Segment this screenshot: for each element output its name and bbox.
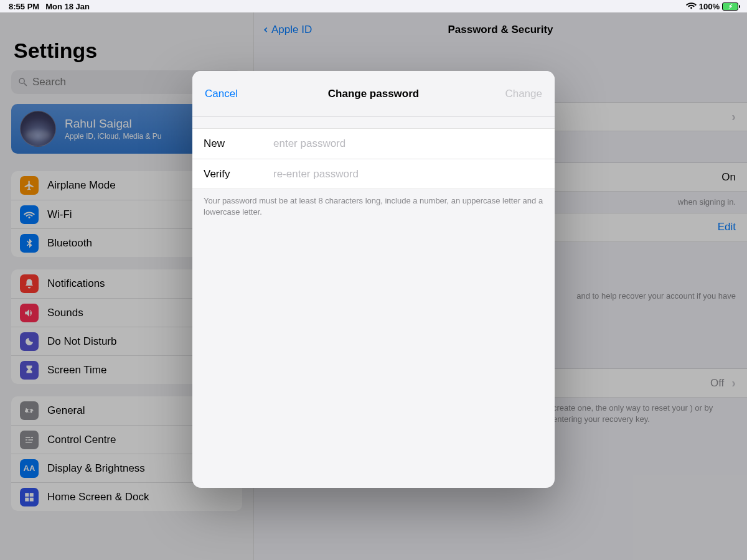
status-time: 8:55 PM [9, 2, 39, 11]
new-password-row[interactable]: New [192, 129, 555, 159]
status-date: Mon 18 Jan [45, 2, 90, 11]
new-password-label: New [204, 138, 273, 150]
battery-icon: ⚡︎ [722, 2, 738, 11]
verify-password-label: Verify [204, 168, 273, 180]
verify-password-input[interactable] [273, 168, 543, 180]
battery-percent: 100% [699, 2, 720, 11]
verify-password-row[interactable]: Verify [192, 159, 555, 189]
modal-title: Change password [192, 88, 555, 100]
change-password-modal: Cancel Change password Change New Verify… [192, 71, 555, 488]
new-password-input[interactable] [273, 138, 543, 150]
wifi-icon [686, 0, 697, 12]
change-button[interactable]: Change [505, 88, 542, 100]
status-bar: 8:55 PM Mon 18 Jan 100% ⚡︎ [0, 0, 747, 12]
password-hint: Your password must be at least 8 charact… [192, 189, 555, 223]
